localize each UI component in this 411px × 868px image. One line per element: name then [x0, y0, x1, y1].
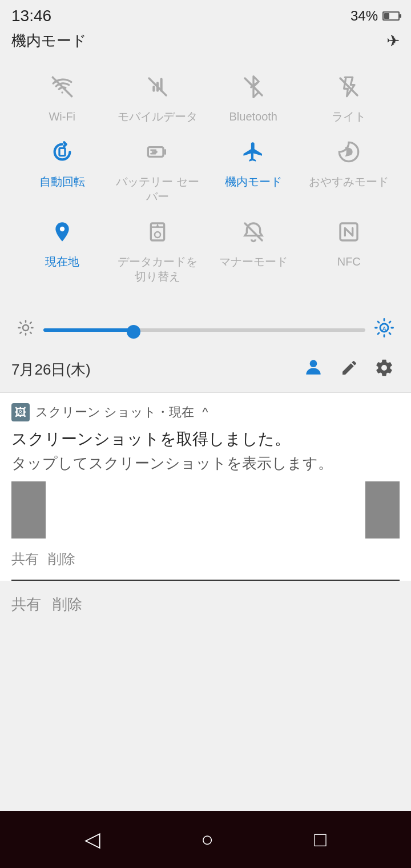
qs-data-card[interactable]: データカードを切り替え — [113, 215, 203, 284]
notification-share-button[interactable]: 共有 — [11, 546, 48, 572]
svg-line-1 — [149, 78, 166, 95]
auto-rotate-icon — [51, 140, 74, 163]
home-button[interactable]: ○ — [201, 827, 213, 851]
brightness-slider[interactable] — [43, 328, 365, 332]
edit-icon[interactable] — [340, 359, 358, 381]
manner-mode-label: マナーモード — [219, 254, 288, 269]
nfc-icon — [337, 220, 360, 243]
svg-point-10 — [155, 232, 160, 238]
brightness-fill — [43, 328, 134, 332]
mobile-data-label: モバイルデータ — [118, 109, 198, 124]
notification-title: スクリーンショットを取得しました。 — [11, 428, 400, 450]
notification-app-name: スクリーン ショット・現在 — [35, 404, 194, 421]
notification-actions: 共有 削除 — [11, 539, 400, 581]
mobile-data-off-icon — [146, 75, 169, 98]
data-card-label: データカードを切り替え — [113, 254, 203, 284]
dnd-label: おやすみモード — [309, 174, 389, 189]
qs-manner-mode[interactable]: マナーモード — [208, 215, 299, 284]
screenshot-preview-right — [365, 481, 400, 539]
date-row: 7月26日(木) — [0, 347, 411, 393]
manner-mode-icon-wrap — [237, 215, 270, 248]
airplane-mode-label: 機内モード — [11, 31, 87, 51]
notification-chevron[interactable]: ^ — [202, 405, 208, 420]
date-icons — [303, 356, 394, 383]
settings-icon[interactable] — [374, 358, 394, 382]
status-right: 34% — [350, 8, 400, 24]
notification-card2: 共有 削除 — [0, 581, 411, 628]
battery-saver-label: バッテリー セーバー — [113, 174, 203, 204]
svg-rect-4 — [59, 148, 65, 155]
quick-settings-panel: Wi-Fi モバイルデータ Bluetooth — [0, 59, 411, 307]
battery-saver-icon — [146, 140, 169, 163]
qs-flashlight[interactable]: ライト — [304, 70, 394, 124]
airplane-mode-row[interactable]: 機内モード ✈ — [0, 29, 411, 59]
qs-mobile-data[interactable]: モバイルデータ — [113, 70, 203, 124]
qs-location[interactable]: 現在地 — [17, 215, 107, 284]
qs-auto-rotate[interactable]: 自動回転 — [17, 135, 107, 204]
brightness-low-icon — [17, 319, 34, 340]
location-icon-wrap — [46, 215, 79, 248]
mobile-data-icon-wrap — [141, 70, 174, 103]
recents-button[interactable]: □ — [314, 827, 327, 851]
navigation-bar: ◁ ○ □ — [0, 811, 411, 868]
qs-bluetooth[interactable]: Bluetooth — [208, 70, 299, 124]
notification-body: タップしてスクリーンショットを表示します。 — [11, 453, 400, 473]
data-card-icon-wrap — [141, 215, 174, 248]
notification2-delete-button[interactable]: 削除 — [53, 591, 94, 618]
back-button[interactable]: ◁ — [84, 827, 100, 851]
brightness-thumb[interactable] — [127, 325, 140, 339]
svg-point-13 — [23, 325, 29, 331]
airplane-icon — [242, 140, 265, 163]
wifi-label: Wi-Fi — [49, 109, 75, 124]
svg-point-8 — [60, 227, 65, 231]
notification-delete-button[interactable]: 削除 — [48, 546, 84, 572]
auto-rotate-label: 自動回転 — [39, 174, 85, 189]
brightness-row: A — [0, 307, 411, 347]
airplane-mode-icon-wrap — [237, 135, 270, 168]
battery-percent: 34% — [350, 8, 378, 24]
battery-saver-icon-wrap — [141, 135, 174, 168]
qs-airplane-mode[interactable]: 機内モード — [208, 135, 299, 204]
notification2-share-button[interactable]: 共有 — [11, 591, 53, 618]
notification-preview — [11, 481, 400, 539]
status-time: 13:46 — [11, 7, 51, 25]
wifi-off-icon — [51, 75, 74, 98]
flashlight-icon-wrap — [332, 70, 365, 103]
qs-dnd[interactable]: おやすみモード — [304, 135, 394, 204]
bluetooth-label: Bluetooth — [229, 109, 277, 124]
auto-rotate-icon-wrap — [46, 135, 79, 168]
svg-point-16 — [310, 360, 317, 367]
screenshot-app-icon: 🖼 — [15, 406, 26, 419]
notification-header: 🖼 スクリーン ショット・現在 ^ — [11, 403, 400, 421]
brightness-auto-icon[interactable]: A — [374, 318, 394, 341]
battery-icon — [382, 11, 400, 21]
airplane-mode-icon: ✈ — [386, 31, 400, 50]
bluetooth-off-icon — [242, 75, 265, 98]
dnd-icon — [337, 140, 360, 163]
notification-app-icon: 🖼 — [11, 403, 30, 421]
qs-wifi[interactable]: Wi-Fi — [17, 70, 107, 124]
svg-text:A: A — [382, 326, 386, 332]
wifi-icon-wrap — [46, 70, 79, 103]
account-icon[interactable] — [303, 356, 324, 383]
location-label: 現在地 — [45, 254, 79, 269]
manner-mode-icon — [242, 220, 265, 243]
location-icon — [51, 220, 74, 243]
nfc-label: NFC — [337, 254, 361, 269]
bluetooth-icon-wrap — [237, 70, 270, 103]
notification-actions2: 共有 削除 — [11, 591, 400, 618]
qs-nfc[interactable]: NFC — [304, 215, 394, 284]
notification-card[interactable]: 🖼 スクリーン ショット・現在 ^ スクリーンショットを取得しました。 タップし… — [0, 393, 411, 581]
flashlight-off-icon — [337, 75, 360, 98]
screenshot-preview-left — [11, 481, 46, 539]
quick-settings-grid: Wi-Fi モバイルデータ Bluetooth — [17, 70, 394, 284]
nfc-icon-wrap — [332, 215, 365, 248]
flashlight-label: ライト — [332, 109, 366, 124]
status-bar: 13:46 34% — [0, 0, 411, 29]
qs-battery-saver[interactable]: バッテリー セーバー — [113, 135, 203, 204]
data-card-icon — [146, 220, 169, 243]
dnd-icon-wrap — [332, 135, 365, 168]
date-label: 7月26日(木) — [11, 360, 91, 380]
airplane-mode-qs-label: 機内モード — [225, 174, 282, 189]
